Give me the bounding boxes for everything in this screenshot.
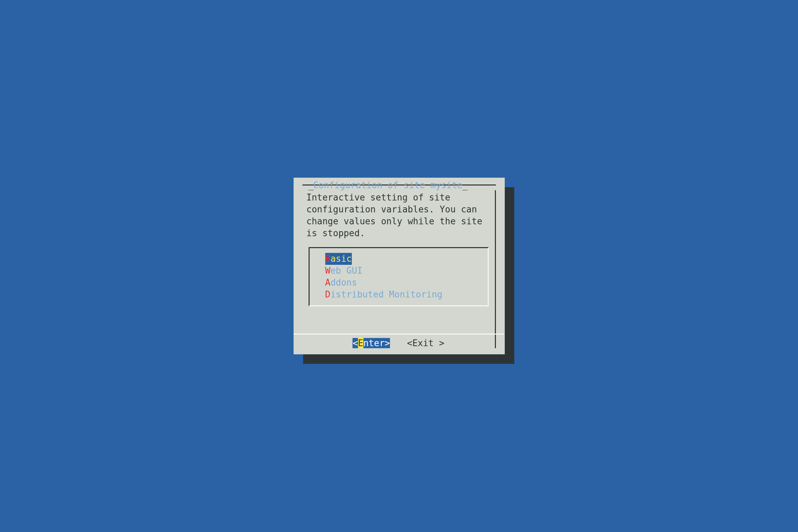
dialog-wrapper: _Configuration of site mysite_ Interacti…	[294, 178, 505, 354]
button-hotkey: E	[358, 338, 363, 348]
dialog-description: Interactive setting of site configuratio…	[302, 192, 495, 243]
button-hotkey: E	[412, 338, 418, 348]
button-row: <Enter> <Exit >	[302, 335, 495, 348]
title-decoration: _	[309, 180, 313, 190]
menu-label: eb GUI	[330, 265, 362, 276]
menu-item-addons[interactable]: Addons	[325, 277, 488, 289]
menu-hotkey: D	[325, 289, 331, 300]
exit-button[interactable]: <Exit >	[407, 338, 444, 348]
menu-list: Basic Web GUI Addons Distributed Monitor…	[309, 247, 489, 306]
menu-hotkey: B	[325, 254, 331, 264]
spacer	[302, 306, 495, 334]
menu-label: istributed Monitoring	[330, 289, 442, 300]
dialog-title-row: _Configuration of site mysite_	[302, 181, 495, 190]
menu-item-distributed-monitoring[interactable]: Distributed Monitoring	[325, 289, 488, 301]
menu-item-web-gui[interactable]: Web GUI	[325, 265, 488, 277]
dialog-title: Configuration of site mysite	[313, 180, 462, 190]
menu-hotkey: W	[325, 265, 331, 276]
menu-label: ddons	[330, 277, 357, 288]
menu-label: asic	[330, 254, 352, 264]
button-label: xit	[418, 338, 439, 348]
title-decoration: _	[462, 180, 467, 190]
enter-button[interactable]: <Enter>	[353, 338, 390, 348]
configuration-dialog: _Configuration of site mysite_ Interacti…	[294, 178, 505, 354]
menu-item-basic[interactable]: Basic	[325, 253, 488, 265]
menu-hotkey: A	[325, 277, 331, 288]
button-label: nter	[363, 338, 385, 348]
dialog-border: _Configuration of site mysite_ Interacti…	[302, 184, 496, 348]
